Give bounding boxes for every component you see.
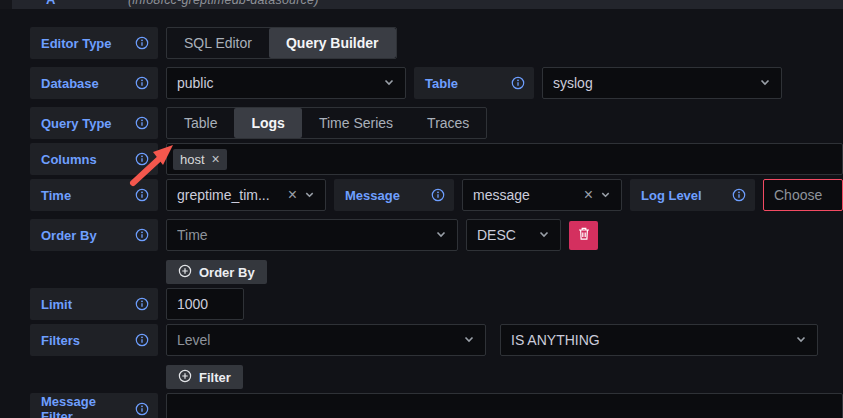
limit-label: Limit	[30, 288, 158, 320]
chevron-down-icon[interactable]	[463, 332, 475, 348]
query-builder-form: Editor Type SQL Editor Query Builder Dat…	[0, 9, 843, 418]
database-select[interactable]: public	[166, 67, 406, 99]
time-message-loglevel-row: Time greptime_tim... × Message messag	[30, 179, 843, 211]
sql-editor-option[interactable]: SQL Editor	[167, 28, 269, 58]
add-filter-button[interactable]: Filter	[166, 365, 243, 389]
add-filter-row: Filter	[166, 365, 843, 389]
message-filter-input[interactable]	[166, 393, 843, 418]
time-label: Time	[30, 179, 158, 211]
order-by-direction-select[interactable]: DESC	[466, 219, 561, 251]
query-editor: A (info8fcc-greptimedb-datasource) Edito…	[0, 0, 843, 418]
remove-tag-icon[interactable]: ×	[212, 152, 220, 166]
plus-circle-icon	[178, 264, 199, 281]
info-icon[interactable]	[135, 297, 149, 311]
query-row-header[interactable]: A (info8fcc-greptimedb-datasource)	[0, 0, 843, 9]
column-tag-host: host ×	[173, 149, 227, 170]
query-type-label: Query Type	[30, 107, 158, 139]
clear-value-icon[interactable]: ×	[288, 187, 297, 203]
chevron-down-icon[interactable]	[795, 332, 807, 348]
clear-value-icon[interactable]: ×	[584, 187, 593, 203]
chevron-down-icon[interactable]	[759, 75, 771, 91]
order-by-row: Order By Time DESC	[30, 219, 843, 251]
add-order-by-button[interactable]: Order By	[166, 260, 267, 284]
info-icon[interactable]	[135, 36, 149, 50]
chevron-down-icon[interactable]	[538, 227, 550, 243]
info-icon[interactable]	[135, 333, 149, 347]
info-icon[interactable]	[135, 152, 149, 166]
log-level-input[interactable]	[763, 179, 843, 211]
query-type-table[interactable]: Table	[167, 108, 234, 138]
filter-operator-select[interactable]: IS ANYTHING	[500, 324, 818, 356]
log-level-label: Log Level	[630, 179, 755, 211]
limit-row: Limit	[30, 288, 843, 320]
info-icon[interactable]	[511, 76, 525, 90]
query-type-traces[interactable]: Traces	[410, 108, 486, 138]
query-type-time-series[interactable]: Time Series	[302, 108, 410, 138]
editor-type-label: Editor Type	[30, 27, 158, 59]
info-icon[interactable]	[135, 116, 149, 130]
table-select[interactable]: syslog	[542, 67, 782, 99]
delete-order-by-button[interactable]	[569, 221, 598, 250]
chevron-down-icon[interactable]	[435, 227, 447, 243]
chevron-down-icon[interactable]	[600, 187, 611, 203]
query-ref-id: A	[46, 0, 55, 7]
plus-circle-icon	[178, 369, 199, 386]
limit-input[interactable]	[166, 288, 244, 320]
database-label: Database	[30, 67, 158, 99]
query-type-switcher: Table Logs Time Series Traces	[166, 107, 487, 139]
order-by-label: Order By	[30, 219, 158, 251]
database-table-row: Database public Table syslog	[30, 67, 843, 99]
chevron-down-icon[interactable]	[383, 75, 395, 91]
add-order-by-row: Order By	[166, 260, 843, 284]
message-filter-label: Message Filter	[30, 393, 158, 418]
trash-icon	[577, 226, 591, 244]
message-filter-row: Message Filter	[30, 393, 843, 418]
info-icon[interactable]	[431, 188, 445, 202]
editor-type-switcher: SQL Editor Query Builder	[166, 27, 397, 59]
drag-handle	[0, 0, 12, 9]
info-icon[interactable]	[135, 402, 149, 416]
columns-row: Columns host ×	[30, 143, 843, 175]
columns-multiselect[interactable]: host ×	[166, 143, 843, 175]
order-by-field-select[interactable]: Time	[166, 219, 458, 251]
filters-row: Filters Level IS ANYTHING	[30, 324, 843, 356]
message-label: Message	[334, 179, 454, 211]
query-type-row: Query Type Table Logs Time Series Traces	[30, 107, 843, 139]
editor-type-row: Editor Type SQL Editor Query Builder	[30, 27, 843, 59]
time-column-select[interactable]: greptime_tim... ×	[166, 179, 326, 211]
filter-field-select[interactable]: Level	[166, 324, 486, 356]
info-icon[interactable]	[732, 188, 746, 202]
chevron-down-icon[interactable]	[304, 187, 315, 203]
info-icon[interactable]	[135, 228, 149, 242]
info-icon[interactable]	[135, 76, 149, 90]
columns-label: Columns	[30, 143, 158, 175]
datasource-name: (info8fcc-greptimedb-datasource)	[128, 0, 319, 7]
filters-label: Filters	[30, 324, 158, 356]
query-type-logs[interactable]: Logs	[234, 108, 301, 138]
info-icon[interactable]	[135, 188, 149, 202]
table-label: Table	[414, 67, 534, 99]
message-column-select[interactable]: message ×	[462, 179, 622, 211]
query-builder-option[interactable]: Query Builder	[269, 28, 396, 58]
